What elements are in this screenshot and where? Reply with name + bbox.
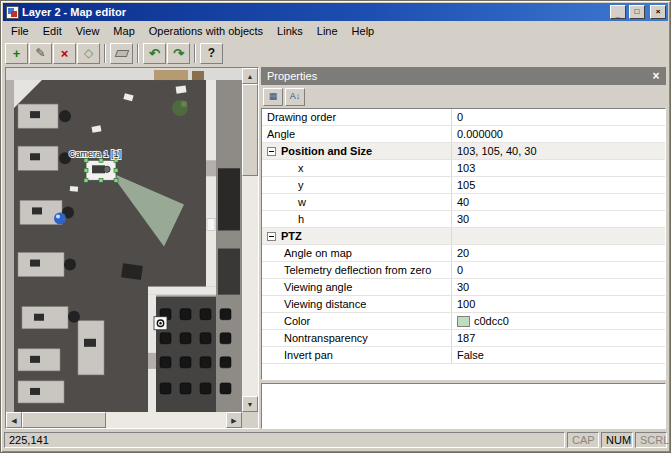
property-value[interactable]: 30 xyxy=(452,211,665,227)
property-row[interactable]: Angle on map 20 xyxy=(262,245,665,262)
category-row-ptz[interactable]: PTZ xyxy=(262,228,665,245)
menubar: File Edit View Map Operations with objec… xyxy=(3,21,668,40)
horizontal-scroll-track[interactable] xyxy=(22,412,226,428)
property-value[interactable]: 103 xyxy=(452,160,665,176)
undo-button[interactable]: ↶ xyxy=(143,43,166,64)
property-row[interactable]: Nontransparency 187 xyxy=(262,330,665,347)
minimize-button[interactable]: _ xyxy=(610,5,626,19)
property-row[interactable]: Viewing angle 30 xyxy=(262,279,665,296)
draw-line-button[interactable]: ✎ xyxy=(29,43,52,64)
property-value[interactable]: 100 xyxy=(452,296,665,312)
collapse-icon[interactable] xyxy=(267,232,276,241)
menu-edit[interactable]: Edit xyxy=(36,23,69,39)
camera-object[interactable] xyxy=(84,158,118,182)
property-name: Drawing order xyxy=(262,109,452,125)
property-row[interactable]: Drawing order 0 xyxy=(262,109,665,126)
property-row[interactable]: y 105 xyxy=(262,177,665,194)
property-row[interactable]: Telemetry deflection from zero 0 xyxy=(262,262,665,279)
delete-object-button[interactable]: × xyxy=(53,43,76,64)
category-name: Position and Size xyxy=(262,143,452,159)
property-value[interactable]: 20 xyxy=(452,245,665,261)
scroll-down-button[interactable]: ▼ xyxy=(242,396,258,412)
horizontal-scrollbar[interactable]: ◀ ▶ xyxy=(6,412,242,428)
property-value[interactable]: 105 xyxy=(452,177,665,193)
caps-lock-indicator: CAP xyxy=(567,432,599,448)
menu-file[interactable]: File xyxy=(4,23,36,39)
eraser-button[interactable] xyxy=(110,43,133,64)
vertical-scrollbar[interactable]: ▲ ▼ xyxy=(242,68,258,412)
menu-line[interactable]: Line xyxy=(310,23,345,39)
window-title: Layer 2 - Map editor xyxy=(22,6,607,18)
property-name: Angle on map xyxy=(262,245,452,261)
menu-help[interactable]: Help xyxy=(345,23,382,39)
property-description-box xyxy=(261,383,666,429)
categorized-view-button[interactable]: ▦ xyxy=(263,88,283,106)
sensor-object[interactable] xyxy=(154,317,167,330)
redo-icon: ↷ xyxy=(173,47,184,60)
vertical-scroll-track[interactable] xyxy=(242,84,258,396)
property-row-color[interactable]: Color c0dcc0 xyxy=(262,313,665,330)
property-row[interactable]: x 103 xyxy=(262,160,665,177)
alphabetical-sort-button[interactable]: A↓ xyxy=(285,88,305,106)
property-grid: Drawing order 0 Angle 0.000000 Position … xyxy=(261,108,666,380)
scroll-left-button[interactable]: ◀ xyxy=(6,412,22,428)
scrollbar-corner xyxy=(242,412,258,428)
property-value[interactable]: 187 xyxy=(452,330,665,346)
property-value[interactable]: 40 xyxy=(452,194,665,210)
property-name: h xyxy=(262,211,452,227)
add-icon: + xyxy=(13,47,21,60)
properties-panel: Properties × ▦ A↓ Drawing order 0 Angle … xyxy=(261,67,666,429)
edit-points-button[interactable]: ◇ xyxy=(77,43,100,64)
property-row[interactable]: Viewing distance 100 xyxy=(262,296,665,313)
category-name: PTZ xyxy=(262,228,452,244)
toolbar: + ✎ × ◇ ↶ ↷ ? xyxy=(3,40,668,66)
color-swatch[interactable] xyxy=(457,316,470,327)
maximize-button[interactable]: □ xyxy=(629,5,645,19)
property-name: Viewing distance xyxy=(262,296,452,312)
property-name: Color xyxy=(262,313,452,329)
menu-operations-with-objects[interactable]: Operations with objects xyxy=(142,23,270,39)
property-row[interactable]: Invert pan False xyxy=(262,347,665,364)
vertical-scroll-thumb[interactable] xyxy=(242,84,258,176)
menu-map[interactable]: Map xyxy=(106,23,141,39)
collapse-icon[interactable] xyxy=(267,147,276,156)
toolbar-separator xyxy=(104,44,106,63)
property-row[interactable]: Angle 0.000000 xyxy=(262,126,665,143)
property-name: Invert pan xyxy=(262,347,452,363)
category-value: 103, 105, 40, 30 xyxy=(452,143,665,159)
camera-label: Camera 1 [1] xyxy=(69,149,121,159)
horizontal-scroll-thumb[interactable] xyxy=(22,412,106,428)
category-row-position-and-size[interactable]: Position and Size 103, 105, 40, 30 xyxy=(262,143,665,160)
categorized-icon: ▦ xyxy=(269,92,278,101)
pencil-icon: ✎ xyxy=(35,47,45,59)
property-value[interactable]: c0dcc0 xyxy=(452,313,665,329)
menu-view[interactable]: View xyxy=(69,23,107,39)
property-row[interactable]: w 40 xyxy=(262,194,665,211)
help-button[interactable]: ? xyxy=(200,43,223,64)
properties-close-icon[interactable]: × xyxy=(648,69,664,83)
polygon-icon: ◇ xyxy=(84,47,93,59)
property-row[interactable]: h 30 xyxy=(262,211,665,228)
property-value[interactable]: 0 xyxy=(452,262,665,278)
close-button[interactable]: × xyxy=(650,5,666,19)
property-value[interactable]: 30 xyxy=(452,279,665,295)
num-lock-indicator: NUM xyxy=(601,432,633,448)
delete-icon: × xyxy=(61,47,69,60)
titlebar[interactable]: Layer 2 - Map editor _ □ × xyxy=(3,3,668,21)
property-value[interactable]: 0.000000 xyxy=(452,126,665,142)
property-value[interactable]: False xyxy=(452,347,665,363)
redo-button[interactable]: ↷ xyxy=(167,43,190,64)
scroll-right-button[interactable]: ▶ xyxy=(226,412,242,428)
property-name: Telemetry deflection from zero xyxy=(262,262,452,278)
property-name: Angle xyxy=(262,126,452,142)
sort-az-icon: A↓ xyxy=(290,92,301,101)
add-object-button[interactable]: + xyxy=(5,43,28,64)
scroll-up-button[interactable]: ▲ xyxy=(242,68,258,84)
properties-title: Properties xyxy=(267,70,648,82)
property-name: w xyxy=(262,194,452,210)
menu-links[interactable]: Links xyxy=(270,23,310,39)
property-value[interactable]: 0 xyxy=(452,109,665,125)
map-canvas[interactable]: Camera 1 [1] xyxy=(6,68,242,412)
globe-object[interactable] xyxy=(54,212,66,224)
app-icon xyxy=(6,6,19,19)
